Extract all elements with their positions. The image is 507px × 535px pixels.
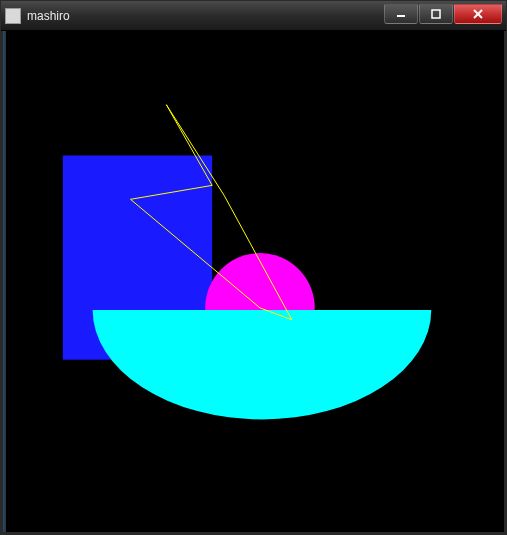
maximize-icon <box>431 9 441 19</box>
window-title: mashiro <box>27 9 384 23</box>
cyan-half-ellipse <box>93 310 432 420</box>
app-icon <box>5 8 21 24</box>
window-controls <box>384 8 502 24</box>
minimize-icon <box>396 9 406 19</box>
minimize-button[interactable] <box>384 4 418 24</box>
application-window: mashiro <box>0 0 507 535</box>
svg-rect-1 <box>432 10 440 18</box>
drawing-canvas <box>3 31 504 532</box>
maximize-button[interactable] <box>419 4 453 24</box>
title-bar[interactable]: mashiro <box>1 1 506 31</box>
close-button[interactable] <box>454 4 502 24</box>
close-icon <box>472 8 484 20</box>
content-area <box>1 31 506 534</box>
